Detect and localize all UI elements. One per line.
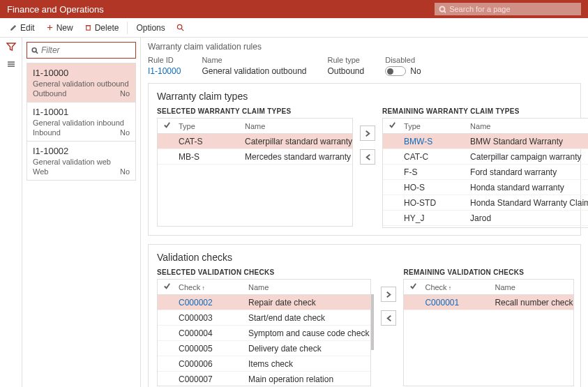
rule-name: General validation outbound [33,79,130,88]
col-type[interactable]: Type [176,122,242,130]
rule-type: Outbound [33,89,66,98]
rule-list-sidebar: I1-10000 General validation outbound Out… [22,38,141,387]
checkmark-icon [163,282,171,290]
pane-title: REMAINING WARRANTY CLAIM TYPES [382,107,588,115]
table-row[interactable]: C000004Symptom and cause code check [158,326,370,341]
table-row[interactable]: C000005Delivery date check [158,341,370,356]
svg-line-12 [36,52,38,53]
table-row[interactable]: CAT-SCaterpillar standard warranty [158,134,352,149]
pane-selected-types: SELECTED WARRANTY CLAIM TYPES Type Name … [157,107,353,228]
field-disabled: Disabled No [385,56,421,76]
checkmark-icon [409,282,417,290]
svg-line-1 [444,11,446,13]
rule-disabled: No [120,128,130,137]
section-claim-types: Warranty claim types SELECTED WARRANTY C… [148,83,581,236]
field-label: Name [202,56,306,64]
field-rule-type: Rule type Outbound [328,56,365,76]
grid-remaining-checks: Check↑ Name C000001Recall number check [403,279,573,386]
rule-name: General validation inbound [33,119,130,127]
table-row[interactable]: C000002Repair date check [158,295,370,310]
rule-item[interactable]: I1-10000 General validation outbound Out… [27,63,135,103]
arrow-left-icon [385,314,393,322]
global-search-input[interactable] [449,5,577,13]
main-content: Warranty claim validation rules Rule ID … [141,38,588,387]
rule-type: Web [33,167,48,176]
section-validation-checks: Validation checks SELECTED VALIDATION CH… [148,244,581,387]
table-row[interactable]: C000007Main operation relation [158,372,370,386]
field-label: Rule type [328,56,365,64]
delete-button[interactable]: Delete [80,18,123,37]
col-check[interactable]: Check↑ [176,283,246,291]
search-icon [439,6,446,13]
table-row[interactable]: HO-SHonda standard warranty [383,180,588,195]
trash-icon [84,24,92,31]
svg-point-11 [32,47,36,52]
table-row[interactable]: HY-CSettlement claim [383,226,588,227]
disabled-toggle[interactable] [385,66,406,76]
move-left-button[interactable] [381,310,396,326]
col-name[interactable]: Name [246,283,370,291]
col-name[interactable]: Name [492,283,573,291]
rule-disabled: No [120,89,130,98]
table-row[interactable]: HO-STDHonda Standard Warranty Claims [383,195,588,211]
pane-remaining-checks: REMAINING VALIDATION CHECKS Check↑ Name … [403,268,573,386]
toggle-knob [387,68,393,75]
move-right-button[interactable] [360,126,375,141]
field-value[interactable]: I1-10000 [148,66,181,76]
table-row[interactable]: HY_JJarod [383,211,588,226]
arrow-left-icon [364,153,372,161]
arrow-right-icon [385,291,393,298]
table-row[interactable]: MB-SMercedes standard warranty [158,149,352,165]
pane-title: SELECTED WARRANTY CLAIM TYPES [157,107,353,115]
global-search[interactable] [435,3,581,15]
sidebar-filter-input[interactable] [41,45,131,55]
rule-id: I1-10000 [33,68,130,78]
checkmark-icon [163,121,171,129]
table-row[interactable]: BMW-SBMW Standard Warranty [383,134,588,149]
field-value: Outbound [328,66,365,76]
edit-icon [10,24,17,31]
grid-header: Check↑ Name [158,280,370,295]
col-name[interactable]: Name [467,122,588,130]
col-check[interactable]: Check↑ [422,283,492,291]
edit-button[interactable]: Edit [6,18,39,37]
svg-line-7 [181,29,183,31]
section-heading: Validation checks [157,252,572,263]
options-button[interactable]: Options [132,18,169,37]
mover-buttons [381,268,396,386]
col-type[interactable]: Type [401,122,467,130]
scrollbar[interactable] [371,294,374,350]
mover-buttons [360,107,375,228]
grid-selected-checks: Check↑ Name C000002Repair date check C00… [157,279,371,386]
toolbar-search-button[interactable] [172,18,188,37]
rule-id: I1-10001 [33,107,130,117]
svg-rect-4 [86,26,90,30]
new-button[interactable]: New [42,18,77,37]
table-row[interactable]: F-SFord standard warranty [383,165,588,180]
search-icon [176,24,184,31]
table-row[interactable]: C000006Items check [158,356,370,372]
app-title: Finance and Operations [7,4,104,15]
section-heading: Warranty claim types [157,91,572,102]
page-title: Warranty claim validation rules [148,42,581,52]
pane-title: SELECTED VALIDATION CHECKS [157,268,374,276]
grid-header: Type Name [383,119,588,134]
left-rail [0,38,22,387]
rule-item[interactable]: I1-10002 General validation web WebNo [27,142,135,180]
list-icon[interactable] [6,59,16,71]
table-row[interactable]: CAT-CCaterpillar campaign warranty [383,149,588,165]
pane-remaining-types: REMAINING WARRANTY CLAIM TYPES Type Name… [382,107,588,228]
grid-header: Type Name [158,119,352,134]
col-name[interactable]: Name [242,122,352,130]
funnel-icon[interactable] [6,42,16,54]
table-row[interactable]: C000003Start/end date check [158,310,370,326]
move-right-button[interactable] [381,287,396,302]
rule-list: I1-10000 General validation outbound Out… [27,63,136,181]
sort-asc-icon: ↑ [202,284,205,291]
field-label: Disabled [385,56,421,64]
rule-item[interactable]: I1-10001 General validation inbound Inbo… [27,103,135,142]
table-row[interactable]: C000001Recall number check [404,295,573,310]
move-left-button[interactable] [360,149,375,165]
rule-name: General validation web [33,158,130,166]
sidebar-filter[interactable] [27,42,136,59]
